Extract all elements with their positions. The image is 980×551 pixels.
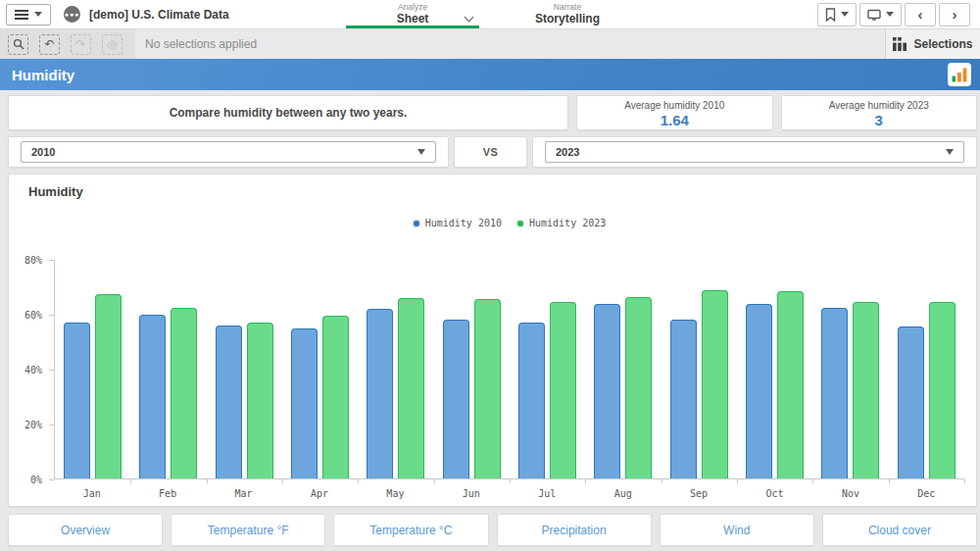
bar-humidity-2010-nov[interactable] — [821, 308, 848, 478]
bar-humidity-2023-oct[interactable] — [777, 291, 804, 478]
bookmarks-button[interactable] — [817, 3, 857, 26]
y-axis-label: 60% — [24, 310, 42, 321]
sheet-chart-icon — [948, 63, 971, 86]
x-axis-label-aug: Aug — [585, 488, 661, 499]
bar-humidity-2023-sep[interactable] — [702, 290, 728, 478]
y-axis-label: 80% — [24, 255, 42, 266]
year-dropdown-left[interactable]: 2010 — [21, 141, 436, 163]
legend-item-humidity-2023[interactable]: Humidity 2023 — [516, 218, 606, 228]
bar-group-may — [358, 260, 433, 478]
year-selector-left-card: 2010 — [8, 136, 449, 168]
kpi-average-2010[interactable]: Average humidity 2010 1.64 — [576, 95, 773, 130]
bar-humidity-2010-aug[interactable] — [594, 304, 620, 478]
bar-group-apr — [282, 260, 358, 478]
bar-humidity-2010-mar[interactable] — [216, 326, 242, 478]
x-axis-label-dec: Dec — [889, 488, 964, 499]
kpi-average-2023[interactable]: Average humidity 2023 3 — [781, 95, 978, 130]
app-info: ●●● [demo] U.S. Climate Data — [64, 6, 229, 23]
previous-sheet-button[interactable]: ‹ — [905, 3, 936, 26]
legend-item-humidity-2010[interactable]: Humidity 2010 — [413, 218, 502, 228]
global-menu-button[interactable] — [6, 4, 51, 25]
y-axis-label: 0% — [30, 475, 42, 485]
bar-humidity-2023-jan[interactable] — [95, 294, 122, 478]
selections-tool-button[interactable]: Selections — [885, 29, 980, 59]
tab-analyze-super: Analyze — [398, 2, 427, 12]
sheets-button[interactable] — [859, 3, 902, 26]
kpi-value: 3 — [875, 112, 883, 128]
bar-group-oct — [737, 260, 812, 478]
selections-forward-button[interactable]: ↷ — [71, 34, 91, 55]
legend-label: Humidity 2010 — [425, 218, 502, 228]
clear-selections-button[interactable]: ◎ — [102, 34, 122, 55]
bar-humidity-2023-mar[interactable] — [247, 323, 273, 478]
tab-analyze-sheet[interactable]: Analyze Sheet — [346, 0, 479, 28]
chart-legend: Humidity 2010Humidity 2023 — [54, 218, 964, 228]
bar-humidity-2010-oct[interactable] — [746, 304, 772, 478]
bar-humidity-2023-jun[interactable] — [474, 299, 501, 478]
bar-humidity-2023-aug[interactable] — [625, 297, 652, 478]
bar-humidity-2010-sep[interactable] — [670, 320, 697, 478]
x-axis-label-oct: Oct — [737, 488, 812, 499]
bar-humidity-2023-apr[interactable] — [322, 316, 349, 478]
x-axis-label-sep: Sep — [661, 488, 736, 499]
bar-humidity-2010-jul[interactable] — [518, 323, 545, 478]
tab-narrate-label: Storytelling — [535, 12, 600, 26]
mode-tabs: Analyze Sheet Narrate Storytelling — [346, 0, 634, 28]
smart-search-button[interactable] — [8, 34, 28, 55]
bottom-nav-temperature-f[interactable]: Temperature °F — [171, 514, 325, 546]
tab-narrate-storytelling[interactable]: Narrate Storytelling — [501, 0, 634, 28]
bar-group-mar — [207, 260, 282, 478]
x-axis: JanFebMarAprMayJunJulAugSepOctNovDec — [54, 488, 964, 499]
plot-area — [54, 260, 964, 479]
selections-back-button[interactable]: ↶ — [39, 34, 60, 55]
next-sheet-button[interactable]: › — [939, 3, 970, 26]
bar-humidity-2023-dec[interactable] — [929, 302, 956, 478]
no-selections-message: No selections applied — [145, 37, 257, 51]
bottom-nav-temperature-c[interactable]: Temperature °C — [333, 514, 488, 546]
x-axis-label-apr: Apr — [281, 488, 357, 499]
app-thumbnail-icon[interactable]: ●●● — [64, 6, 80, 23]
bar-humidity-2010-dec[interactable] — [898, 326, 924, 478]
clear-selections-icon: ◎ — [107, 38, 117, 50]
bar-humidity-2023-feb[interactable] — [171, 308, 197, 478]
legend-label: Humidity 2023 — [529, 218, 606, 228]
topbar-actions: ‹ › — [817, 3, 970, 26]
bar-humidity-2023-jul[interactable] — [550, 302, 576, 478]
bar-humidity-2010-may[interactable] — [367, 309, 393, 478]
tab-analyze-label: Sheet — [397, 12, 429, 26]
year-dropdown-left-value: 2010 — [31, 146, 55, 158]
chart-title: Humidity — [28, 184, 83, 199]
bottom-nav-wind[interactable]: Wind — [660, 514, 814, 546]
x-axis-label-jan: Jan — [54, 488, 129, 499]
humidity-bar-chart-card: Humidity Humidity 2010Humidity 2023 0%20… — [8, 174, 977, 507]
selection-bar: ↶ ↷ ◎ No selections applied Selections — [0, 29, 980, 59]
display-icon — [867, 9, 881, 21]
bar-humidity-2023-nov[interactable] — [853, 302, 879, 478]
x-axis-label-mar: Mar — [206, 488, 281, 499]
chevron-down-icon[interactable] — [465, 13, 474, 23]
bar-group-feb — [130, 260, 206, 478]
y-axis: 0%20%40%60%80% — [9, 260, 54, 479]
bottom-nav-cloud-cover[interactable]: Cloud cover — [822, 514, 977, 546]
dropdown-caret-icon — [417, 149, 425, 155]
bottom-nav-precipitation[interactable]: Precipitation — [497, 514, 652, 546]
x-axis-label-nov: Nov — [812, 488, 888, 499]
bar-humidity-2010-jun[interactable] — [443, 320, 469, 478]
compare-text: Compare humidity between any two years. — [170, 106, 408, 120]
bottom-nav-overview[interactable]: Overview — [8, 514, 163, 546]
year-dropdown-right-value: 2023 — [556, 146, 579, 158]
year-dropdown-right[interactable]: 2023 — [545, 141, 964, 163]
bar-humidity-2010-feb[interactable] — [139, 315, 166, 478]
bar-humidity-2010-jan[interactable] — [64, 323, 90, 478]
vs-label: VS — [483, 146, 499, 158]
bar-humidity-2010-apr[interactable] — [291, 328, 318, 478]
bottom-sheet-nav: OverviewTemperature °FTemperature °CPrec… — [8, 514, 977, 546]
dropdown-caret-icon — [946, 149, 954, 155]
year-selector-row: 2010 VS 2023 — [8, 136, 977, 168]
kpi-label: Average humidity 2023 — [829, 99, 929, 112]
x-axis-label-jul: Jul — [510, 488, 585, 499]
bar-group-jan — [55, 260, 130, 478]
bookmark-icon — [825, 8, 836, 22]
bar-humidity-2023-may[interactable] — [398, 298, 424, 478]
undo-arrow-icon: ↶ — [44, 38, 54, 50]
